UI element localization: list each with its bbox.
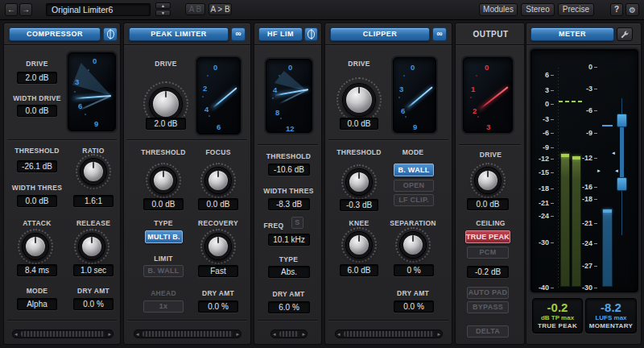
peak-limiter-dry-value[interactable]: 0.0 % <box>198 300 238 313</box>
clipper-knee-knob[interactable] <box>346 232 372 258</box>
hf-limiter-threshold-value[interactable]: -10.6 dB <box>268 164 310 176</box>
compressor-threshold-value[interactable]: -26.1 dB <box>17 160 57 172</box>
compressor-drive-value[interactable]: 2.0 dB <box>17 72 57 84</box>
scroll-thumb[interactable] <box>142 331 233 337</box>
output-ceiling-value[interactable]: -0.2 dB <box>467 266 509 278</box>
lufs-readout[interactable]: -8.2 LUFS max MOMENTARY <box>585 298 637 334</box>
range-marker-left-icon: ◄ <box>614 168 619 173</box>
peak-limiter-focus-knob[interactable] <box>205 168 231 193</box>
peak-limiter-drive-knob[interactable] <box>150 88 182 120</box>
scroll-thumb[interactable] <box>344 331 435 337</box>
scroll-left-icon[interactable]: ◂ <box>13 329 19 338</box>
scroll-left-icon[interactable]: ◂ <box>336 329 342 338</box>
peak-limiter-scrollbar[interactable]: ◂ ▸ <box>134 329 242 338</box>
hf-limiter-dry-value[interactable]: 6.0 % <box>268 301 310 313</box>
true-peak-readout[interactable]: -0.2 dB TP max TRUE PEAK <box>532 298 583 334</box>
compressor-release-value[interactable]: 1.0 sec <box>73 264 114 276</box>
vu-tick: 6 <box>217 122 221 131</box>
peak-limiter-limit-label: LIMIT <box>135 255 192 263</box>
vu-minor-tick <box>202 96 204 97</box>
scroll-right-icon[interactable]: ▸ <box>300 329 307 338</box>
clipper-dry-value[interactable]: 0.0 % <box>394 300 434 313</box>
peak-limiter-drive-value[interactable]: 2.0 dB <box>146 118 186 130</box>
help-button[interactable]: ? <box>610 3 623 16</box>
scroll-right-icon[interactable]: ▸ <box>106 329 113 338</box>
compressor-stereo-icon[interactable] <box>103 27 118 41</box>
hf-limiter-scrollbar[interactable]: ◂ ▸ <box>270 329 308 338</box>
peak-limiter-focus-value[interactable]: 0.0 dB <box>198 198 238 210</box>
modules-button[interactable]: Modules <box>479 3 518 16</box>
lufs-scale-tick: -12 <box>570 154 597 162</box>
scroll-right-icon[interactable]: ▸ <box>436 329 442 338</box>
settings-gear-icon[interactable]: ⚙ <box>625 3 639 16</box>
clipper-drive-knob[interactable] <box>343 84 375 116</box>
ab-compare-button[interactable]: A B <box>185 3 205 15</box>
scroll-right-icon[interactable]: ▸ <box>234 329 241 338</box>
output-auto-pad-button[interactable]: AUTO PAD <box>467 287 509 299</box>
compressor-ratio-value[interactable]: 1.6:1 <box>73 195 114 207</box>
compressor-dry-value[interactable]: 0.0 % <box>73 298 114 310</box>
peak-limiter-threshold-knob[interactable] <box>151 168 176 193</box>
compressor-width-drive-value[interactable]: 0.0 dB <box>17 105 57 117</box>
scroll-left-icon[interactable]: ◂ <box>134 329 141 338</box>
clipper-separation-value[interactable]: 0 % <box>394 264 434 276</box>
scroll-left-icon[interactable]: ◂ <box>271 329 278 338</box>
a-to-b-button[interactable]: A > B <box>208 3 232 15</box>
output-delta-button[interactable]: DELTA <box>467 325 509 338</box>
hf-limiter-type-value[interactable]: Abs. <box>268 266 310 278</box>
clipper-drive-value[interactable]: 0.0 dB <box>340 118 378 130</box>
vu-minor-tick <box>398 97 400 98</box>
lufs-scale-tick: -18 <box>570 195 597 203</box>
meter-title-button[interactable]: METER <box>530 27 614 41</box>
clipper-mode-bwall-button[interactable]: B. WALL <box>394 164 434 176</box>
output-drive-knob[interactable] <box>475 168 501 193</box>
peak-limiter-ahead-button[interactable]: 1x <box>143 300 184 313</box>
preset-back-icon[interactable]: ← <box>5 3 18 16</box>
compressor-release-knob[interactable] <box>79 234 105 259</box>
vu-minor-tick <box>403 75 405 77</box>
clipper-threshold-knob[interactable] <box>346 169 372 195</box>
spinner-down-icon[interactable]: ▼ <box>155 10 171 16</box>
clipper-scrollbar[interactable]: ◂ ▸ <box>335 329 443 338</box>
stereo-button[interactable]: Stereo <box>521 3 555 16</box>
peak-limiter-recovery-knob[interactable] <box>205 234 231 259</box>
scroll-thumb[interactable] <box>21 331 105 337</box>
output-bypass-button[interactable]: BYPASS <box>467 301 509 313</box>
clipper-mode-lfclip-button[interactable]: LF CLIP. <box>394 194 434 206</box>
lufs-max-unit: LUFS max <box>586 314 636 322</box>
peak-limiter-type-button[interactable]: MULTI B. <box>145 230 183 243</box>
output-drive-value[interactable]: 0.0 dB <box>467 198 509 210</box>
hf-limiter-freq-value[interactable]: 10.1 kHz <box>268 234 310 246</box>
preset-name-display[interactable]: Original Limiter6 <box>46 3 151 16</box>
compressor-ratio-knob[interactable] <box>80 159 106 184</box>
peak-limiter-limit-button[interactable]: B. WALL <box>143 265 184 277</box>
compressor-mode-value[interactable]: Alpha <box>17 298 57 310</box>
clipper-separation-knob[interactable] <box>400 232 426 258</box>
clipper-title-button[interactable]: CLIPPER <box>330 27 430 41</box>
clipper-mode-open-button[interactable]: OPEN <box>394 180 434 192</box>
hf-limiter-title-button[interactable]: HF LIM <box>258 27 303 41</box>
clipper-knee-value[interactable]: 6.0 dB <box>340 264 378 276</box>
peak-limiter-link-icon[interactable]: ∞ <box>231 27 246 41</box>
compressor-attack-value[interactable]: 8.4 ms <box>17 264 57 276</box>
clipper-link-icon[interactable]: ∞ <box>432 27 447 41</box>
clipper-threshold-value[interactable]: -0.3 dB <box>340 199 378 211</box>
peak-limiter-recovery-value[interactable]: Fast <box>198 265 238 277</box>
meter-wrench-icon[interactable] <box>617 27 633 41</box>
preset-forward-icon[interactable]: → <box>19 3 32 16</box>
compressor-width-thres-value[interactable]: 0.0 dB <box>17 195 57 207</box>
precise-button[interactable]: Precise <box>558 3 594 16</box>
compressor-scrollbar[interactable]: ◂ ▸ <box>12 329 114 338</box>
output-true-peak-button[interactable]: TRUE PEAK <box>465 230 510 243</box>
compressor-attack-knob[interactable] <box>23 234 48 259</box>
scroll-thumb[interactable] <box>279 331 299 337</box>
vu-tick: 0 <box>288 63 292 72</box>
spinner-up-icon[interactable]: ▲ <box>155 2 171 9</box>
compressor-title-button[interactable]: COMPRESSOR <box>9 27 101 41</box>
peak-limiter-title-button[interactable]: PEAK LIMITER <box>129 27 229 41</box>
hf-limiter-stereo-icon[interactable] <box>304 27 318 41</box>
hf-limiter-sidechain-button[interactable]: S <box>291 217 303 229</box>
peak-limiter-threshold-value[interactable]: 0.0 dB <box>143 198 184 210</box>
output-pcm-button[interactable]: PCM <box>467 246 509 259</box>
hf-limiter-width-thres-value[interactable]: -8.3 dB <box>268 198 310 210</box>
